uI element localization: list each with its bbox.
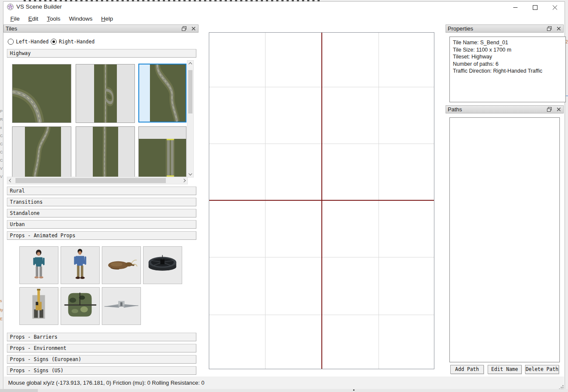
tiles-panel-header[interactable]: Tiles [3, 24, 198, 33]
menu-bar: File Edit Tools Windows Help [3, 13, 117, 24]
menu-edit[interactable]: Edit [24, 14, 43, 24]
status-bar: Mouse global x/y/z (-173.913, 176.181, 0… [4, 377, 564, 389]
taskbar-sliver [0, 389, 568, 392]
background-window-sliver-left-bottom: s ty E [0, 297, 3, 324]
tiles-vscroll-thumb[interactable] [188, 70, 192, 113]
maximize-icon [533, 5, 537, 10]
close-button[interactable] [545, 2, 565, 13]
left-handed-label: Left-Handed [16, 39, 49, 45]
paths-list[interactable] [449, 117, 560, 362]
properties-panel-title: Properties [448, 25, 543, 32]
prop-thumbnail-fan[interactable] [143, 246, 182, 284]
right-handed-radio[interactable] [51, 39, 57, 45]
screen: P R x C C C C V V s ty E 2 VS Scene Buil… [0, 0, 568, 392]
prop-thumbnail-man[interactable] [61, 246, 100, 284]
tile-thumbnail-straight-road[interactable] [76, 126, 135, 177]
tiles-panel-title: Tiles [6, 25, 177, 32]
taskbar-sliver-dot [353, 389, 354, 391]
menu-windows[interactable]: Windows [65, 14, 97, 24]
add-path-button[interactable]: Add Path [450, 365, 484, 374]
edit-name-button[interactable]: Edit Name [488, 365, 522, 374]
window-title: VS Scene Builder [16, 3, 62, 10]
tile-properties-box: Tile Name: S_Bend_01 Tile Size: 1100 x 1… [449, 37, 566, 102]
taskbar-sliver-segment [0, 389, 38, 392]
tile-thumbnail-curve-road[interactable] [12, 64, 71, 123]
float-panel-icon[interactable] [547, 26, 552, 31]
close-panel-icon[interactable] [191, 26, 196, 31]
tiles-hscroll-thumb[interactable] [15, 178, 166, 183]
prop-thumbnail-camo-tree[interactable] [61, 287, 100, 325]
prop-thumbnail-woman[interactable] [19, 246, 58, 284]
app-icon [7, 3, 14, 10]
prop-tile-size: Tile Size: 1100 x 1700 m [453, 46, 562, 54]
close-panel-icon[interactable] [556, 107, 562, 112]
section-props-signs-us[interactable]: Props - Signs (US) [7, 366, 196, 375]
tiles-horizontal-scrollbar[interactable] [7, 177, 188, 184]
tile-thumbnail-s-bend-road-selected[interactable] [138, 64, 186, 122]
canvas-grid [209, 33, 434, 369]
section-transitions[interactable]: Transitions [7, 198, 196, 206]
menu-help[interactable]: Help [97, 14, 117, 24]
tiles-vertical-scrollbar[interactable] [187, 60, 194, 178]
prop-tileset: Tileset: Highway [453, 53, 562, 61]
scroll-right-icon[interactable] [180, 177, 187, 184]
scene-canvas[interactable] [209, 33, 434, 369]
prop-thumbnail-propeller[interactable] [102, 287, 141, 325]
status-text: Mouse global x/y/z (-173.913, 176.181, 0… [8, 380, 205, 386]
minimize-icon [513, 5, 518, 10]
scroll-up-icon[interactable] [187, 61, 193, 67]
section-props-animated[interactable]: Props - Animated Props [7, 231, 196, 240]
section-standalone[interactable]: Standalone [7, 209, 196, 217]
menu-file[interactable]: File [6, 14, 24, 24]
prop-thumbnail-crane[interactable] [19, 287, 58, 325]
section-props-signs-european[interactable]: Props - Signs (European) [7, 355, 196, 364]
background-window-sliver-top [24, 0, 320, 1]
close-panel-icon[interactable] [556, 26, 562, 31]
section-rural[interactable]: Rural [7, 187, 196, 195]
minimize-button[interactable] [505, 2, 525, 13]
prop-thumbnail-deer[interactable] [102, 246, 141, 284]
paths-panel-header[interactable]: Paths [446, 105, 564, 113]
tile-thumbnail-fork-road[interactable] [76, 64, 135, 123]
close-icon [553, 5, 557, 10]
menu-tools[interactable]: Tools [43, 14, 65, 24]
scroll-down-icon[interactable] [187, 170, 193, 177]
float-panel-icon[interactable] [181, 26, 187, 31]
section-urban[interactable]: Urban [7, 220, 196, 229]
scroll-left-icon[interactable] [7, 177, 14, 184]
right-handed-label: Right-Handed [59, 39, 95, 45]
tile-thumbnail-dual-carriageway[interactable] [138, 126, 186, 177]
tile-thumbnail-s-bend-road-2[interactable] [12, 126, 71, 177]
paths-panel-title: Paths [448, 106, 543, 113]
prop-tile-name: Tile Name: S_Bend_01 [453, 39, 562, 46]
prop-traffic-direction: Traffic Direction: Right-Handed Traffic [453, 67, 562, 75]
section-props-barriers[interactable]: Props - Barriers [7, 333, 196, 341]
prop-num-paths: Number of paths: 6 [453, 61, 562, 68]
float-panel-icon[interactable] [547, 107, 552, 112]
left-handed-radio[interactable] [8, 39, 14, 45]
delete-path-button[interactable]: Delete Path [525, 365, 559, 374]
section-highway[interactable]: Highway [7, 49, 196, 58]
maximize-button[interactable] [525, 2, 545, 13]
background-window-sliver-left: P R x C C C C V V [0, 107, 3, 181]
section-props-environment[interactable]: Props - Environment [7, 344, 196, 352]
properties-panel-header[interactable]: Properties [446, 24, 564, 33]
